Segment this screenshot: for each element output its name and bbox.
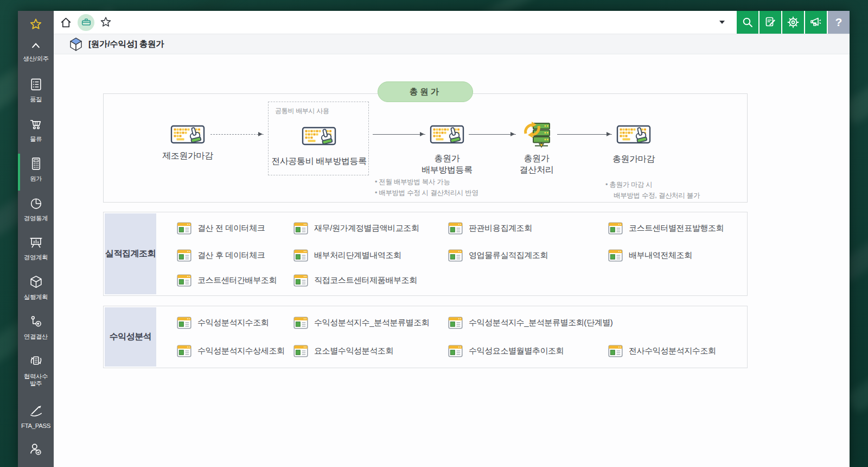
window-icon [608, 249, 623, 262]
menu-item[interactable]: 수익성요소별월별추이조회 [448, 342, 564, 359]
sidebar-item-label: 협력사수 [18, 373, 54, 380]
sidebar-item-partner-orders[interactable]: 협력사수 발주 [18, 354, 54, 387]
help-button[interactable]: ? [828, 11, 850, 34]
menu-item[interactable]: 수익성분석지수조회 [177, 314, 269, 331]
sidebar-item-quality[interactable]: 품질 [18, 77, 54, 103]
flow-step-label: 총원가마감 [612, 153, 655, 165]
clipboard-icon [29, 77, 43, 92]
server-sync-icon [520, 120, 553, 150]
flow-arrow [469, 134, 516, 135]
content: 총원가 제조원가마감 공통비 배부시 사용 전사공통비 배부방법등록 [54, 54, 850, 467]
gear-icon [787, 16, 800, 29]
sidebar-item-label: 발주 [18, 380, 54, 387]
section-title: 실적집계조회 [105, 213, 156, 294]
window-icon [293, 345, 308, 357]
flow-step-total-cost-method[interactable] [430, 122, 464, 150]
keyboard-click-icon [616, 122, 651, 150]
keyboard-click-icon [302, 124, 336, 152]
window-icon [177, 274, 192, 287]
sidebar-item-exec-plan[interactable]: 실행계획 [18, 275, 54, 301]
menu-item[interactable]: 수익성분석지수_분석분류별조회 [293, 314, 429, 331]
flow-step-total-cost-close[interactable] [616, 122, 651, 150]
megaphone-icon [809, 16, 822, 29]
sidebar-item-biz-plan[interactable]: 경영계획 [18, 235, 54, 261]
presentation-chart-icon [29, 235, 43, 250]
dropdown-caret[interactable] [719, 21, 725, 27]
sidebar-item-fta-pass[interactable]: FTA_PASS [18, 403, 54, 430]
favorite-button[interactable] [99, 16, 112, 29]
help-label: ? [835, 16, 843, 29]
network-icon [29, 314, 43, 329]
window-icon [448, 249, 463, 262]
search-button[interactable] [737, 11, 758, 34]
sidebar-item-logistics[interactable]: 물류 [18, 117, 54, 143]
keyboard-click-icon [170, 122, 205, 150]
menu-item[interactable]: 배부내역전체조회 [608, 247, 692, 264]
flow-step-label: 총원가 결산처리 [520, 153, 553, 175]
menu-basket-icon [80, 16, 92, 28]
app-window: 생산/외주 품질 물류 원가 경영통계 경영계획 실행계획 연결 [18, 11, 850, 467]
page-title: [원가/수익성] 총원가 [88, 39, 164, 50]
flow-step-common-cost-method[interactable] [302, 124, 336, 152]
sidebar-favorites-button[interactable] [18, 17, 54, 34]
window-icon [448, 345, 463, 357]
announcement-button[interactable] [805, 11, 827, 34]
home-button[interactable] [59, 16, 73, 29]
window-icon [293, 222, 308, 235]
sidebar-item-stats[interactable]: 경영통계 [18, 196, 54, 222]
module-cube-icon [69, 37, 83, 51]
sidebar-item-production[interactable]: 생산/외주 [18, 53, 54, 62]
signing-pen-icon [29, 403, 43, 418]
window-icon [608, 345, 623, 357]
sidebar-item-label: FTA_PASS [18, 422, 54, 430]
flow-step-manufacturing-close[interactable] [170, 122, 205, 150]
sidebar-item-label: 생산/외주 [18, 55, 54, 62]
star-icon [29, 17, 43, 31]
sidebar-item-approval[interactable] [18, 441, 54, 459]
menu-item[interactable]: 코스트센터별전표발행조회 [608, 219, 724, 237]
flow-notes: 총원가 마감 시 배부방법 수정, 결산처리 불가 [605, 179, 700, 201]
sidebar-item-label: 실행계획 [18, 294, 54, 301]
flow-step-label: 전사공통비 배부방법등록 [271, 155, 367, 167]
edit-document-button[interactable] [760, 11, 781, 34]
window-icon [293, 249, 308, 262]
sync-document-icon [29, 354, 43, 369]
flow-step-label: 총원가 배부방법등록 [422, 153, 473, 175]
menu-item[interactable]: 수익성분석지수상세조회 [177, 342, 285, 359]
settings-button[interactable] [782, 11, 804, 34]
flow-title-pill: 총원가 [378, 81, 473, 102]
window-icon [448, 222, 463, 235]
section-profitability-analysis: 수익성분석 수익성분석지수조회 수익성분석지수_분석분류별조회 수익성분석지수_… [103, 306, 748, 368]
menu-item[interactable]: 결산 전 데이터체크 [177, 219, 265, 237]
keyboard-click-icon [430, 122, 464, 150]
sidebar-item-label: 품질 [18, 96, 54, 103]
sidebar-item-consolidation[interactable]: 연결결산 [18, 314, 54, 340]
menu-item[interactable]: 코스트센터간배부조회 [177, 272, 277, 289]
sidebar-item-label: 원가 [18, 175, 54, 182]
window-icon [608, 222, 623, 235]
menu-item[interactable]: 재무/원가계정별금액비교조회 [293, 219, 419, 237]
menu-button[interactable] [78, 14, 94, 31]
document-edit-icon [764, 16, 777, 29]
calculator-icon [29, 156, 43, 171]
menu-item[interactable]: 요소별수익성분석조회 [293, 342, 393, 359]
flow-notes: 전월 배부방법 복사 가능 배부방법 수정 시 결산처리시 반영 [375, 176, 478, 198]
menu-item[interactable]: 수익성분석지수_분석분류별조회(단계별) [448, 314, 612, 331]
sidebar-scroll-up[interactable] [18, 41, 54, 51]
menu-item[interactable]: 배부처리단계별내역조회 [293, 247, 401, 264]
cube-icon [29, 275, 43, 289]
flow-diagram: 총원가 제조원가마감 공통비 배부시 사용 전사공통비 배부방법등록 [103, 93, 748, 203]
menu-item[interactable]: 직접코스트센터제품배부조회 [293, 272, 417, 289]
window-icon [177, 345, 192, 357]
menu-item[interactable]: 전사수익성분석지수조회 [608, 342, 716, 359]
flow-optional-box: 공통비 배부시 사용 전사공통비 배부방법등록 [268, 102, 369, 175]
flow-step-total-cost-settlement[interactable] [520, 120, 553, 150]
sidebar-item-cost[interactable]: 원가 [18, 156, 54, 182]
person-check-icon [28, 441, 43, 457]
main-area: ? [원가/수익성] 총원가 총원가 제조원가마감 공통비 [54, 11, 850, 467]
menu-item[interactable]: 영업물류실적집계조회 [448, 247, 548, 264]
window-icon [448, 317, 463, 329]
menu-item[interactable]: 결산 후 데이터체크 [177, 247, 265, 264]
menu-item[interactable]: 판관비용집계조회 [448, 219, 532, 237]
sidebar: 생산/외주 품질 물류 원가 경영통계 경영계획 실행계획 연결 [18, 11, 54, 467]
